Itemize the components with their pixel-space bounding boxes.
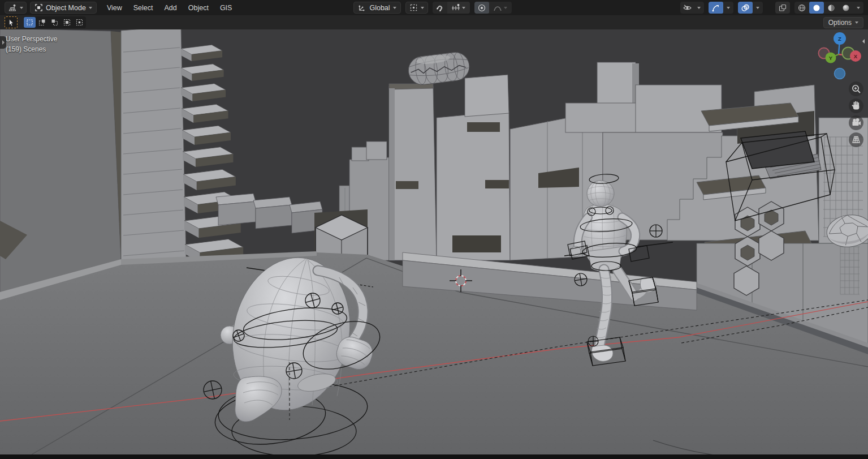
shading-rendered[interactable] — [839, 2, 853, 14]
snap-increment-icon — [451, 3, 460, 12]
chevron-down-icon — [727, 7, 730, 9]
viewport-header: Object Mode View Select Add Object GIS G… — [0, 0, 868, 15]
camera-icon — [849, 115, 863, 130]
mode-select-value: Object Mode — [46, 4, 86, 12]
menu-select[interactable]: Select — [128, 3, 159, 13]
svg-text:Z: Z — [838, 36, 841, 42]
gizmos-dropdown[interactable] — [723, 2, 733, 14]
transform-orientation-select[interactable]: Global — [353, 2, 400, 14]
cursor-arrow-icon — [7, 18, 15, 27]
chevron-right-icon — [2, 40, 5, 45]
snap-with-button[interactable] — [447, 2, 470, 14]
chevron-down-icon — [421, 7, 424, 9]
gizmo-axis-x-pos[interactable]: X — [850, 50, 861, 62]
pan-button[interactable] — [849, 98, 863, 113]
gizmo-axis-y-pos[interactable]: Y — [826, 53, 836, 63]
proportional-editing-toggle[interactable] — [474, 2, 489, 14]
tool-settings-bar: Options — [0, 15, 868, 29]
shading-wireframe[interactable] — [794, 2, 809, 14]
viewport-3d[interactable]: User Perspective (159) Scenes Z Y X — [0, 29, 868, 454]
shading-solid[interactable] — [809, 2, 824, 14]
gizmo-axis-z-neg[interactable] — [835, 68, 845, 79]
select-mode-extend[interactable] — [36, 17, 48, 28]
options-button[interactable]: Options — [823, 17, 863, 28]
blender-window: Object Mode View Select Add Object GIS G… — [0, 0, 868, 459]
toggle-orthographic-button[interactable] — [849, 132, 863, 147]
select-mode-group — [23, 16, 86, 28]
snap-toggle[interactable] — [433, 2, 447, 14]
wireframe-sphere-icon — [797, 3, 806, 12]
transform-snap-cluster: Global — [353, 2, 511, 14]
active-tool-select-box[interactable] — [5, 16, 18, 28]
pivot-point-icon — [409, 3, 418, 12]
editor-type-button[interactable] — [5, 2, 27, 14]
chevron-down-icon — [857, 7, 860, 9]
status-bar — [0, 454, 868, 459]
menu-object[interactable]: Object — [183, 3, 214, 13]
toolbar-expand-tab[interactable] — [0, 36, 6, 49]
overlays-toggle[interactable] — [738, 2, 753, 14]
gizmos-toggle-group — [709, 2, 733, 14]
chevron-down-icon — [756, 7, 759, 9]
pivot-point-button[interactable] — [405, 2, 428, 14]
menu-add[interactable]: Add — [159, 3, 183, 13]
xray-toggle[interactable] — [775, 2, 790, 14]
gizmos-icon — [711, 3, 720, 12]
display-cluster — [680, 2, 863, 14]
scene-left-wall[interactable] — [0, 29, 123, 295]
select-mode-set[interactable] — [24, 17, 36, 28]
chevron-down-icon — [393, 7, 396, 9]
chevron-down-icon — [89, 7, 92, 9]
chevron-down-icon — [462, 7, 465, 9]
gizmo-axis-z-pos[interactable]: Z — [834, 32, 846, 45]
chevron-down-icon — [697, 7, 701, 9]
proportional-editing-icon — [477, 3, 486, 12]
overlays-toggle-group — [738, 2, 763, 14]
object-visibility-button[interactable] — [680, 2, 704, 14]
shading-dropdown[interactable] — [853, 2, 863, 14]
chevron-down-icon — [20, 7, 23, 9]
show-object-types-icon — [683, 3, 692, 12]
rendered-sphere-icon — [841, 3, 850, 12]
proportional-group — [474, 2, 512, 14]
scene-canvas — [0, 29, 868, 454]
menu-gis[interactable]: GIS — [214, 3, 238, 13]
mode-select[interactable]: Object Mode — [30, 2, 97, 14]
zoom-button[interactable] — [849, 81, 863, 96]
viewport-nav-buttons — [849, 81, 863, 147]
chevron-down-icon — [855, 22, 858, 24]
shading-mode-group — [794, 2, 863, 14]
options-label: Options — [828, 19, 852, 27]
falloff-curve-icon — [493, 3, 502, 12]
select-mode-intersect[interactable] — [74, 17, 85, 28]
camera-view-button[interactable] — [849, 115, 863, 130]
select-mode-subtract[interactable] — [49, 17, 61, 28]
chevron-down-icon — [504, 7, 507, 9]
object-mode-icon — [34, 3, 43, 12]
snapping-group — [433, 2, 470, 14]
magnifier-plus-icon — [849, 81, 863, 96]
menu-view[interactable]: View — [101, 3, 128, 13]
xray-icon — [778, 3, 787, 12]
select-mode-invert[interactable] — [61, 17, 73, 28]
orientation-axes-icon — [358, 3, 366, 12]
orientation-value: Global — [369, 4, 390, 12]
svg-text:Y: Y — [829, 55, 833, 61]
falloff-curve-button[interactable] — [489, 2, 512, 14]
magnet-icon — [435, 3, 444, 12]
hand-icon — [849, 98, 863, 113]
editor-3d-viewport-icon — [8, 3, 17, 12]
overlays-dropdown[interactable] — [753, 2, 763, 14]
material-sphere-icon — [827, 3, 836, 12]
shading-material[interactable] — [824, 2, 839, 14]
solid-sphere-icon — [812, 3, 821, 12]
navigation-gizmo[interactable]: Z Y X — [810, 32, 863, 85]
svg-text:X: X — [854, 53, 858, 59]
gizmos-toggle[interactable] — [709, 2, 723, 14]
overlays-icon — [741, 3, 750, 12]
perspective-grid-icon — [849, 132, 863, 147]
